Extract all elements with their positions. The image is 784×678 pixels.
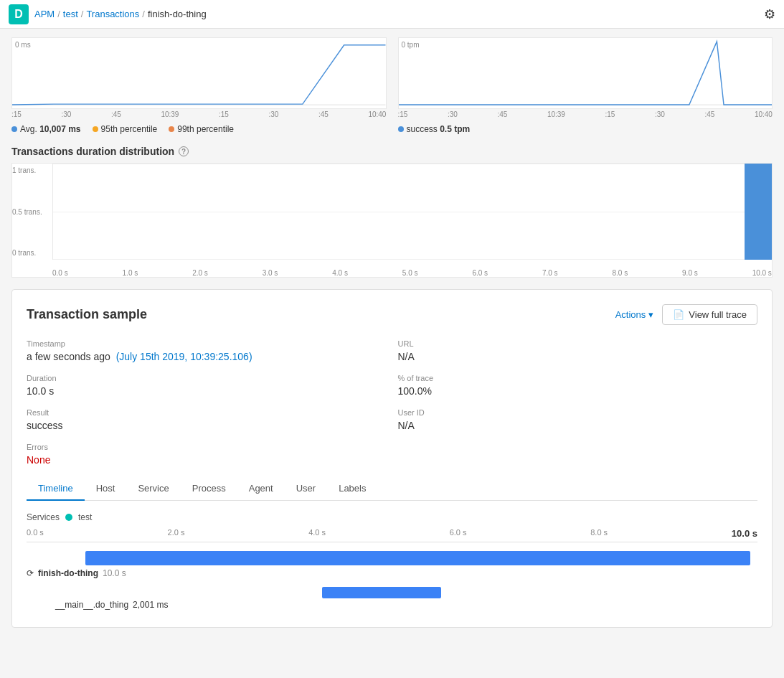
trace-pct-field: % of trace 100.0% xyxy=(398,374,758,397)
url-field: URL N/A xyxy=(398,339,758,362)
duration-chart-svg xyxy=(12,38,386,108)
view-full-trace-button[interactable]: 📄 View full trace xyxy=(662,304,757,325)
timestamp-value: a few seconds ago (July 15th 2019, 10:39… xyxy=(27,351,387,362)
main-timeline-bar xyxy=(85,551,750,565)
duration-x-labels: :15 :30 :45 10:39 :15 :30 :45 10:40 xyxy=(11,109,387,120)
result-label: Result xyxy=(27,408,387,417)
transaction-icon: ⟳ xyxy=(27,568,34,578)
legend-95: 95th percentile xyxy=(93,124,158,134)
tab-user[interactable]: User xyxy=(285,477,327,501)
tpm-chart-block: 0 tpm :15 :30 :45 10:39 :15 :30 :45 10:4… xyxy=(398,37,773,134)
distribution-section: Transactions duration distribution ? 1 t… xyxy=(11,146,773,278)
breadcrumb-test[interactable]: test xyxy=(63,9,78,19)
top-bar: D APM / test / Transactions / finish-do-… xyxy=(0,0,784,29)
main-bar-name: finish-do-thing xyxy=(38,568,98,578)
legend-avg-dot xyxy=(11,126,17,132)
duration-label: Duration xyxy=(27,374,387,382)
timestamp-link: (July 15th 2019, 10:39:25.106) xyxy=(116,351,252,362)
duration-legend: Avg. 10,007 ms 95th percentile 99th perc… xyxy=(11,124,387,134)
meta-grid-timestamp-url: Timestamp a few seconds ago (July 15th 2… xyxy=(27,339,757,362)
tpm-y-label: 0 tpm xyxy=(402,41,420,49)
legend-99: 99th percentile xyxy=(169,124,234,134)
top-bar-right: ⚙ xyxy=(764,6,775,22)
tab-process[interactable]: Process xyxy=(181,477,237,501)
legend-avg: Avg. 10,007 ms xyxy=(11,124,81,134)
timestamp-label: Timestamp xyxy=(27,339,387,348)
dist-x-labels: 0.0 s 1.0 s 2.0 s 3.0 s 4.0 s 5.0 s 6.0 … xyxy=(52,266,772,277)
main-bar-container xyxy=(27,551,757,565)
sample-actions: Actions 📄 View full trace xyxy=(615,304,757,325)
userid-field: User ID N/A xyxy=(398,408,758,431)
userid-value: N/A xyxy=(398,420,758,431)
grid-line-top xyxy=(53,164,772,164)
duration-chart-area: 0 ms xyxy=(11,37,387,109)
breadcrumb-current: finish-do-thing xyxy=(148,9,207,19)
timeline-services-row: Services test xyxy=(27,512,757,522)
duration-value: 10.0 s xyxy=(27,385,387,397)
errors-value: None xyxy=(27,454,757,466)
url-value: N/A xyxy=(398,351,758,362)
tabs: Timeline Host Service Process Agent User… xyxy=(27,477,757,501)
url-label: URL xyxy=(398,339,758,348)
sub-bar-container xyxy=(55,587,757,598)
grid-line-bottom xyxy=(53,259,772,260)
timeline-ruler: 0.0 s 2.0 s 4.0 s 6.0 s 8.0 s 10.0 s xyxy=(27,528,757,539)
actions-button[interactable]: Actions xyxy=(615,309,654,320)
dist-bar-10s xyxy=(745,164,772,260)
tab-agent[interactable]: Agent xyxy=(237,477,285,501)
doc-icon: 📄 xyxy=(673,309,684,320)
trace-pct-label: % of trace xyxy=(398,374,758,382)
breadcrumb-transactions[interactable]: Transactions xyxy=(86,9,139,19)
result-value: success xyxy=(27,420,387,431)
duration-y-label: 0 ms xyxy=(15,41,31,49)
legend-success: success 0.5 tpm xyxy=(398,124,471,134)
distribution-title: Transactions duration distribution ? xyxy=(11,146,773,157)
distribution-chart: 1 trans. 0.5 trans. 0 trans. 0.0 s 1.0 s… xyxy=(11,163,773,278)
sample-card: Transaction sample Actions 📄 View full t… xyxy=(11,289,773,628)
tpm-legend: success 0.5 tpm xyxy=(398,124,773,134)
meta-grid-duration-result: Duration 10.0 s % of trace 100.0% Result… xyxy=(27,374,757,431)
duration-chart-block: 0 ms :15 :30 :45 10:39 :15 :30 :45 10:40 xyxy=(11,37,387,134)
tab-timeline[interactable]: Timeline xyxy=(27,477,85,501)
main-content: 0 ms :15 :30 :45 10:39 :15 :30 :45 10:40 xyxy=(0,29,784,636)
dist-y-labels: 1 trans. 0.5 trans. 0 trans. xyxy=(12,164,52,260)
dist-chart-inner xyxy=(52,164,772,260)
tpm-chart-svg xyxy=(399,38,773,108)
tab-service[interactable]: Service xyxy=(126,477,180,501)
breadcrumb-apm[interactable]: APM xyxy=(34,9,55,19)
main-bar-duration: 10.0 s xyxy=(103,568,126,578)
sub-bar-duration: 2,001 ms xyxy=(133,600,168,610)
errors-label: Errors xyxy=(27,443,757,451)
info-icon: ? xyxy=(179,146,189,156)
charts-row: 0 ms :15 :30 :45 10:39 :15 :30 :45 10:40 xyxy=(11,37,773,134)
userid-label: User ID xyxy=(398,408,758,417)
tab-labels[interactable]: Labels xyxy=(327,477,377,501)
timestamp-field: Timestamp a few seconds ago (July 15th 2… xyxy=(27,339,387,362)
tpm-x-labels: :15 :30 :45 10:39 :15 :30 :45 10:40 xyxy=(398,109,773,120)
sample-title: Transaction sample xyxy=(27,307,147,322)
legend-99-dot xyxy=(169,126,174,132)
breadcrumb: APM / test / Transactions / finish-do-th… xyxy=(34,9,207,19)
sub-timeline-label: __main__.do_thing 2,001 ms xyxy=(55,600,757,610)
legend-95-dot xyxy=(93,126,98,132)
legend-success-dot xyxy=(398,126,404,132)
chevron-down-icon xyxy=(648,309,653,320)
main-timeline-label: ⟳ finish-do-thing 10.0 s xyxy=(27,568,757,578)
service-dot xyxy=(65,514,72,521)
timeline-row-sub: __main__.do_thing 2,001 ms xyxy=(27,581,757,613)
trace-pct-value: 100.0% xyxy=(398,385,758,397)
tab-host[interactable]: Host xyxy=(85,477,127,501)
timeline-content: Services test 0.0 s 2.0 s 4.0 s 6.0 s 8.… xyxy=(27,512,757,613)
tpm-chart-area: 0 tpm xyxy=(398,37,773,109)
sub-timeline-bar xyxy=(322,587,441,598)
duration-field: Duration 10.0 s xyxy=(27,374,387,397)
result-field: Result success xyxy=(27,408,387,431)
sample-header: Transaction sample Actions 📄 View full t… xyxy=(27,304,757,325)
app-icon: D xyxy=(9,4,29,24)
sub-bar-name: __main__.do_thing xyxy=(55,600,128,610)
settings-icon[interactable]: ⚙ xyxy=(764,7,775,22)
timeline-row-main: ⟳ finish-do-thing 10.0 s xyxy=(27,548,757,581)
errors-field: Errors None xyxy=(27,443,757,466)
grid-line-mid xyxy=(53,212,772,212)
timeline-divider xyxy=(27,542,757,542)
